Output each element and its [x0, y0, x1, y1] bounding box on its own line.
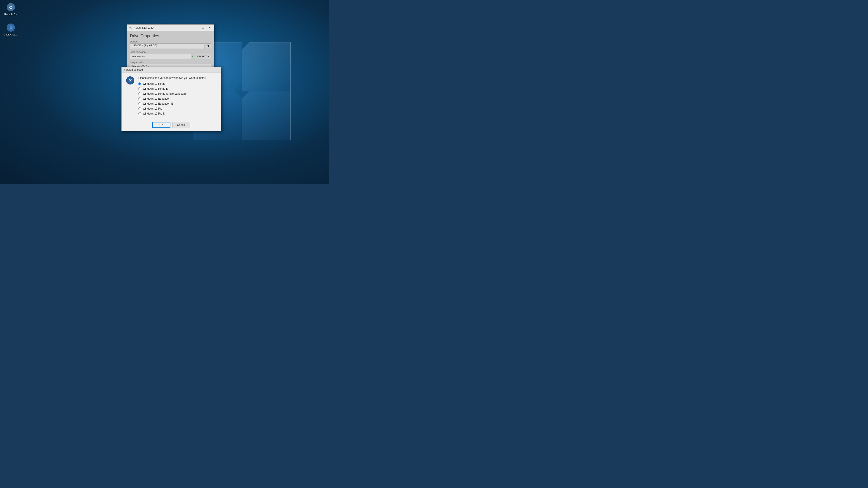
- rufus-main-title: Drive Properties: [130, 34, 211, 38]
- close-button[interactable]: ✕: [206, 26, 212, 30]
- radio-option-1[interactable]: Windows 10 Home: [138, 82, 217, 86]
- device-icon-btn[interactable]: ⊟: [205, 43, 211, 49]
- select-chevron-icon: ▾: [208, 55, 209, 58]
- boot-selection-group: Boot selection Windows.iso ✔ SELECT ▾: [130, 51, 211, 59]
- dialog-titlebar: Version selection: [122, 67, 221, 73]
- radio-input-7[interactable]: [138, 112, 141, 115]
- device-label: Device: [130, 40, 211, 43]
- dialog-title: Version selection: [124, 68, 145, 71]
- radio-input-2[interactable]: [138, 88, 141, 90]
- question-icon: ?: [126, 76, 134, 85]
- rufus-titlebar: 🔧 Rufus 3.13.1730 — □ ✕: [127, 25, 214, 31]
- device-input-row: USB DISK (E:) [64 GB] ⊟: [130, 43, 211, 49]
- boot-selection-label: Boot selection: [130, 51, 211, 53]
- media-creation-icon: 🖥: [6, 23, 16, 32]
- check-icon: ✔: [191, 55, 194, 58]
- svg-text:🖥: 🖥: [9, 25, 13, 30]
- boot-selection-row: Windows.iso ✔ SELECT ▾: [130, 54, 211, 59]
- radio-option-5[interactable]: Windows 10 Education N: [138, 102, 217, 105]
- media-creation-label: MediaCreat...: [3, 33, 18, 36]
- boot-input[interactable]: Windows.iso: [130, 54, 191, 59]
- version-selection-dialog: Version selection ? Please select the ve…: [121, 67, 221, 131]
- radio-label-3: Windows 10 Home Single Language: [143, 92, 186, 95]
- radio-label-4: Windows 10 Education: [143, 97, 170, 100]
- recycle-bin-label: Recycle Bin: [4, 13, 18, 16]
- device-input[interactable]: USB DISK (E:) [64 GB]: [130, 43, 204, 49]
- radio-input-5[interactable]: [138, 102, 141, 105]
- recycle-bin-icon: ♻: [6, 3, 16, 12]
- dialog-ok-button[interactable]: OK: [152, 122, 170, 128]
- radio-option-6[interactable]: Windows 10 Pro: [138, 107, 217, 110]
- radio-label-7: Windows 10 Pro N: [143, 112, 165, 115]
- rufus-app-icon: 🔧: [129, 26, 132, 30]
- image-option-label: Image option: [130, 61, 211, 64]
- dialog-prompt: Please select the version of Windows you…: [138, 76, 217, 79]
- dialog-icon-area: ?: [126, 76, 135, 117]
- desktop-icon-media-creation[interactable]: 🖥 MediaCreat...: [2, 22, 20, 37]
- dialog-buttons: OK Cancel: [122, 120, 221, 131]
- device-group: Device USB DISK (E:) [64 GB] ⊟: [130, 40, 211, 49]
- svg-text:♻: ♻: [9, 5, 13, 10]
- radio-option-7[interactable]: Windows 10 Pro N: [138, 112, 217, 115]
- radio-label-5: Windows 10 Education N: [143, 102, 173, 105]
- minimize-button[interactable]: —: [194, 26, 199, 30]
- dialog-main: Please select the version of Windows you…: [138, 76, 217, 117]
- radio-input-4[interactable]: [138, 97, 141, 100]
- radio-option-3[interactable]: Windows 10 Home Single Language: [138, 92, 217, 95]
- radio-input-1[interactable]: [138, 83, 141, 86]
- select-button[interactable]: SELECT ▾: [195, 54, 211, 59]
- radio-input-3[interactable]: [138, 92, 141, 95]
- rufus-title-text: Rufus 3.13.1730: [133, 26, 194, 29]
- radio-option-4[interactable]: Windows 10 Education: [138, 97, 217, 100]
- radio-option-2[interactable]: Windows 10 Home N: [138, 87, 217, 90]
- maximize-button[interactable]: □: [200, 26, 206, 30]
- radio-input-6[interactable]: [138, 107, 141, 110]
- desktop-icon-recycle-bin[interactable]: ♻ Recycle Bin: [2, 2, 20, 17]
- titlebar-buttons: — □ ✕: [194, 26, 212, 30]
- radio-label-1: Windows 10 Home: [143, 82, 165, 86]
- dialog-cancel-button[interactable]: Cancel: [172, 122, 190, 128]
- dialog-content: ? Please select the version of Windows y…: [122, 73, 221, 120]
- desktop: ♻ Recycle Bin 🖥 MediaCreat... 🔧 Rufus 3.…: [0, 0, 329, 184]
- radio-label-6: Windows 10 Pro: [143, 107, 162, 110]
- radio-label-2: Windows 10 Home N: [143, 87, 168, 90]
